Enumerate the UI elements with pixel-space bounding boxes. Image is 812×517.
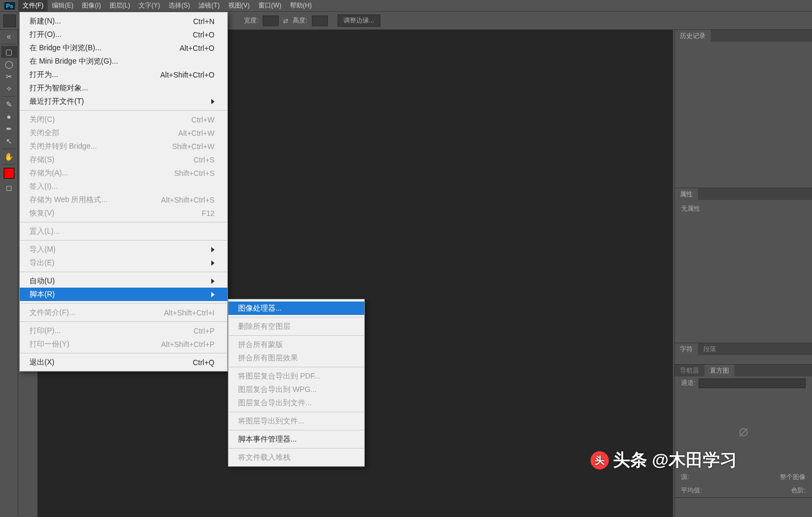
file-menu-item: 打印(P)...Ctrl+P — [20, 324, 227, 337]
width-input[interactable] — [263, 16, 279, 26]
file-menu-item: 存储为 Web 所用格式...Alt+Shift+Ctrl+S — [20, 193, 227, 206]
history-panel-tab[interactable]: 历史记录 — [675, 30, 711, 42]
app-logo: Ps — [3, 1, 16, 11]
menu-help[interactable]: 帮助(H) — [286, 0, 316, 11]
menu-type[interactable]: 文字(Y) — [134, 0, 164, 11]
file-menu-item: 导出(E) — [20, 256, 227, 269]
file-menu-item: 签入(I)... — [20, 180, 227, 193]
file-menu-item[interactable]: 退出(X)Ctrl+Q — [20, 356, 227, 369]
magic-wand-tool[interactable]: ✧ — [1, 83, 17, 95]
menu-view[interactable]: 视图(V) — [224, 0, 254, 11]
script-menu-item[interactable]: 脚本事件管理器... — [228, 433, 364, 446]
mean-label: 平均值: — [681, 486, 702, 495]
file-menu-item: 存储(S)Ctrl+S — [20, 153, 227, 166]
file-menu-item: 打印一份(Y)Alt+Shift+Ctrl+P — [20, 337, 227, 351]
toolbar: « ▢ ◯ ✂ ✧ ✎ ● ✒ ↖ ✋ ◻ — [0, 30, 18, 517]
file-menu-item[interactable]: 在 Mini Bridge 中浏览(G)... — [20, 55, 227, 68]
menu-file[interactable]: 文件(F) — [18, 0, 48, 11]
script-submenu: 图像处理器...删除所有空图层拼合所有蒙版拼合所有图层效果将图层复合导出到 PD… — [228, 299, 365, 467]
menu-edit[interactable]: 编辑(E) — [48, 0, 78, 11]
file-menu-item[interactable]: 脚本(R) — [20, 288, 227, 301]
character-panel-tab[interactable]: 字符 — [675, 343, 698, 355]
file-menu-dropdown: 新建(N)...Ctrl+N打开(O)...Ctrl+O在 Bridge 中浏览… — [19, 12, 228, 372]
script-menu-item[interactable]: 图像处理器... — [228, 302, 364, 315]
channel-label: 通道: — [681, 379, 695, 388]
file-menu-item[interactable]: 打开为...Alt+Shift+Ctrl+O — [20, 68, 227, 81]
menu-image[interactable]: 图像(I) — [78, 0, 105, 11]
panels: 历史记录 属性 无属性 字符 段落 导航器 直方图 通道: 源: 整个图像 平均… — [674, 30, 812, 517]
menu-layer[interactable]: 图层(L) — [105, 0, 135, 11]
file-menu-item: 置入(L)... — [20, 225, 227, 238]
brush-tool[interactable]: ✎ — [1, 98, 17, 110]
width-label: 宽度: — [244, 16, 258, 25]
file-menu-item[interactable]: 在 Bridge 中浏览(B)...Alt+Ctrl+O — [20, 41, 227, 55]
menu-select[interactable]: 选择(S) — [164, 0, 194, 11]
height-label: 高度: — [293, 16, 307, 25]
navigator-panel-tab[interactable]: 导航器 — [675, 365, 704, 376]
crop-tool[interactable]: ✂ — [1, 71, 17, 82]
file-menu-item[interactable]: 最近打开文件(T) — [20, 95, 227, 108]
menu-filter[interactable]: 滤镜(T) — [194, 0, 224, 11]
script-menu-item: 将文件载入堆栈 — [228, 451, 364, 464]
move-tool[interactable]: ↖ — [1, 135, 17, 147]
menubar: Ps 文件(F) 编辑(E) 图像(I) 图层(L) 文字(Y) 选择(S) 滤… — [0, 0, 812, 12]
collapse-icon[interactable]: « — [1, 30, 17, 42]
quickmask-icon[interactable]: ◻ — [1, 182, 17, 194]
script-menu-item: 将图层复合导出到 PDF... — [228, 369, 364, 383]
hand-tool[interactable]: ✋ — [1, 151, 17, 163]
file-menu-item[interactable]: 打开为智能对象... — [20, 81, 227, 95]
source-value: 整个图像 — [780, 473, 806, 482]
file-menu-item: 恢复(V)F12 — [20, 206, 227, 220]
levels-label: 色阶: — [791, 486, 806, 495]
blur-tool[interactable]: ● — [1, 111, 17, 122]
file-menu-item[interactable]: 打开(O)...Ctrl+O — [20, 28, 227, 41]
source-label: 源: — [681, 473, 689, 482]
channel-select[interactable] — [699, 379, 806, 388]
refine-edge-button[interactable]: 调整边缘... — [338, 14, 380, 27]
file-menu-item: 文件简介(F)...Alt+Shift+Ctrl+I — [20, 306, 227, 319]
script-menu-item: 图层复合导出到 WPG... — [228, 383, 364, 396]
script-menu-item: 拼合所有蒙版 — [228, 338, 364, 351]
watermark-text: 头条 @木田学习 — [613, 449, 737, 472]
properties-panel-tab[interactable]: 属性 — [675, 188, 698, 200]
height-input[interactable] — [312, 16, 328, 26]
file-menu-item: 存储为(A)...Shift+Ctrl+S — [20, 166, 227, 180]
file-menu-item[interactable]: 新建(N)...Ctrl+N — [20, 14, 227, 28]
file-menu-item: 导入(M) — [20, 243, 227, 256]
pen-tool[interactable]: ✒ — [1, 123, 17, 135]
watermark-icon: 头 — [591, 451, 609, 469]
menu-window[interactable]: 窗口(W) — [254, 0, 286, 11]
properties-panel-body: 无属性 — [675, 200, 812, 232]
watermark: 头 头条 @木田学习 — [591, 449, 737, 472]
script-menu-item: 拼合所有图层效果 — [228, 351, 364, 365]
swap-icon[interactable]: ⇄ — [283, 17, 288, 25]
tool-preset-icon[interactable] — [3, 14, 16, 27]
history-panel-body — [675, 42, 812, 74]
script-menu-item: 图层复合导出到文件... — [228, 396, 364, 410]
file-menu-item[interactable]: 自动(U) — [20, 274, 227, 288]
histogram-panel-tab[interactable]: 直方图 — [704, 365, 734, 376]
file-menu-item: 关闭并转到 Bridge...Shift+Ctrl+W — [20, 140, 227, 153]
paragraph-panel-tab[interactable]: 段落 — [698, 343, 722, 355]
file-menu-item: 关闭全部Alt+Ctrl+W — [20, 126, 227, 140]
lasso-tool[interactable]: ◯ — [1, 58, 17, 70]
script-menu-item: 删除所有空图层 — [228, 320, 364, 333]
script-menu-item: 将图层导出到文件... — [228, 414, 364, 428]
file-menu-item: 关闭(C)Ctrl+W — [20, 113, 227, 126]
foreground-color[interactable] — [4, 168, 14, 179]
marquee-tool[interactable]: ▢ — [1, 46, 17, 58]
